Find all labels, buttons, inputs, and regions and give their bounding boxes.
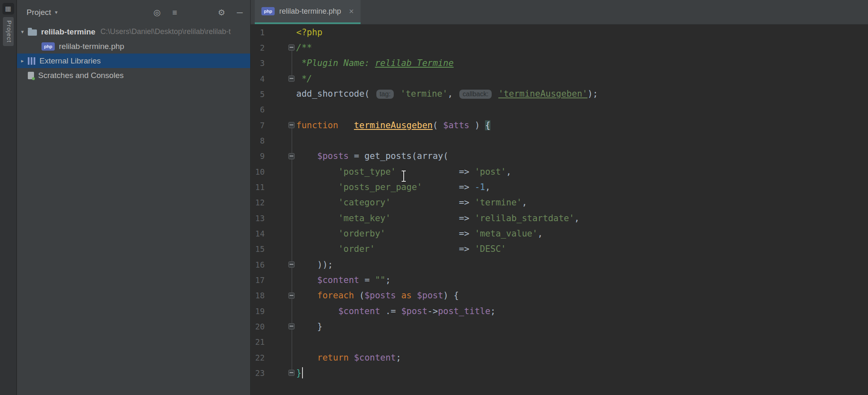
project-view-dropdown[interactable]: Project ▾ <box>27 8 58 17</box>
code-line-8[interactable]: 8 <box>251 133 868 148</box>
code-line-4[interactable]: 4 */ <box>251 71 868 86</box>
code-line-12[interactable]: 12 'category' => 'termine', <box>251 195 868 210</box>
line-number: 22 <box>251 353 265 362</box>
code-token: add_shortcode( <box>296 89 375 99</box>
php-file-icon <box>261 7 275 15</box>
code-token: ) <box>469 120 485 130</box>
fold-open-icon[interactable] <box>288 44 295 51</box>
code-line-14[interactable]: 14 'orderby' => 'meta_value', <box>251 226 868 241</box>
text-caret <box>302 367 303 378</box>
line-number: 8 <box>251 136 265 145</box>
fold-end-icon[interactable] <box>288 323 295 329</box>
code-text: 'meta_key' => 'relilab_startdate', <box>296 213 580 223</box>
code-token: post_title <box>438 306 490 316</box>
code-text: $posts = get_posts(array( <box>296 151 449 161</box>
code-token: ; <box>490 306 496 316</box>
code-line-16[interactable]: 16 )); <box>251 257 868 272</box>
code-token: -1 <box>475 182 485 192</box>
code-token: .= <box>380 306 401 316</box>
code-token: $content <box>338 306 380 316</box>
fold-end-icon[interactable] <box>288 261 295 268</box>
code-token <box>296 306 338 316</box>
panel-header-icons: ◎≡⚙─ <box>154 8 243 17</box>
code-line-2[interactable]: 2/** <box>251 40 868 55</box>
code-line-1[interactable]: 1<?php <box>251 24 868 40</box>
tree-item-external-libraries[interactable]: ▸External Libraries <box>17 54 250 68</box>
fold-guide-line <box>292 128 292 370</box>
code-token: $atts <box>443 120 469 130</box>
collapse-all-icon[interactable]: ≡ <box>172 8 177 17</box>
code-line-13[interactable]: 13 'meta_key' => 'relilab_startdate', <box>251 210 868 226</box>
gutter-fold-slot <box>265 261 296 268</box>
code-line-17[interactable]: 17 $content = ""; <box>251 272 868 288</box>
hide-panel-icon[interactable]: ─ <box>237 8 243 17</box>
code-token <box>296 353 317 363</box>
tree-item-relilab-termine-php[interactable]: relilab-termine.php <box>17 39 250 54</box>
code-token: )); <box>296 260 333 270</box>
code-token <box>349 353 354 363</box>
fold-open-icon[interactable] <box>288 153 295 159</box>
fold-end-icon[interactable] <box>288 76 295 82</box>
fold-open-icon[interactable] <box>288 293 295 299</box>
code-token: { <box>485 120 490 130</box>
toolwindow-project-button[interactable]: Project <box>3 17 14 46</box>
parameter-hint-inlay: callback: <box>459 90 492 99</box>
tree-item-label: relilab-termine <box>41 27 95 37</box>
code-token: 'post_type' <box>338 167 396 177</box>
code-token <box>338 120 354 130</box>
code-line-7[interactable]: 7function termineAusgeben( $atts ) { <box>251 117 868 133</box>
code-text: function termineAusgeben( $atts ) { <box>296 120 490 130</box>
line-number: 5 <box>251 90 265 99</box>
code-token: 'meta_value' <box>475 229 538 239</box>
code-line-23[interactable]: 23} <box>251 365 868 380</box>
code-editor[interactable]: 1<?php2/**3 *Plugin Name: relilab Termin… <box>251 24 868 395</box>
code-token <box>296 290 317 300</box>
tree-item-path: C:\Users\Daniel\Desktop\relilab\relilab-… <box>100 27 231 36</box>
code-line-11[interactable]: 11 'posts_per_page' => -1, <box>251 179 868 195</box>
code-line-22[interactable]: 22 return $content; <box>251 350 868 365</box>
code-token: 'relilab_startdate' <box>475 213 574 223</box>
code-line-19[interactable]: 19 $content .= $post->post_title; <box>251 303 868 319</box>
code-text: } <box>296 368 302 378</box>
code-token: 'termine' <box>475 198 522 207</box>
code-token: } <box>296 322 322 332</box>
locate-icon[interactable]: ◎ <box>154 8 161 17</box>
code-text: )); <box>296 260 333 270</box>
close-icon[interactable]: × <box>349 7 354 16</box>
fold-open-icon[interactable] <box>288 122 295 128</box>
line-number: 3 <box>251 59 265 68</box>
chevron-down-icon: ▾ <box>55 9 58 15</box>
line-number: 1 <box>251 28 265 37</box>
code-text: 'order' => 'DESC' <box>296 244 506 254</box>
code-line-3[interactable]: 3 *Plugin Name: relilab Termine <box>251 56 868 71</box>
code-line-15[interactable]: 15 'order' => 'DESC' <box>251 241 868 257</box>
code-line-9[interactable]: 9 $posts = get_posts(array( <box>251 149 868 164</box>
code-token: <?php <box>296 27 322 37</box>
code-text: 'orderby' => 'meta_value', <box>296 229 543 239</box>
code-text: *Plugin Name: relilab Termine <box>296 58 454 68</box>
code-line-20[interactable]: 20 } <box>251 319 868 334</box>
code-token: $post <box>417 290 443 300</box>
chevron-right-icon[interactable]: ▸ <box>17 58 28 64</box>
code-line-5[interactable]: 5add_shortcode( tag: 'termine', callback… <box>251 86 868 102</box>
tree-item-scratches-and-consoles[interactable]: Scratches and Consoles <box>17 68 250 83</box>
settings-icon[interactable]: ⚙ <box>218 8 225 17</box>
ide-window: ▦ Project Project ▾ ◎≡⚙─ ▾relilab-termin… <box>0 0 868 395</box>
tab-relilab-termine-php[interactable]: relilab-termine.php × <box>255 0 361 24</box>
chevron-down-icon[interactable]: ▾ <box>17 29 28 35</box>
code-token: , <box>506 167 512 177</box>
code-token: $posts <box>364 290 396 300</box>
code-token: , <box>574 213 580 223</box>
code-line-6[interactable]: 6 <box>251 102 868 117</box>
gutter-fold-slot <box>265 44 296 51</box>
fold-end-icon[interactable] <box>288 370 295 376</box>
code-line-10[interactable]: 10 'post_type' => 'post', <box>251 164 868 179</box>
toolwindow-grid-icon[interactable]: ▦ <box>2 3 14 15</box>
code-token: ( <box>354 290 364 300</box>
line-number: 11 <box>251 183 265 192</box>
code-line-21[interactable]: 21 <box>251 334 868 350</box>
code-token: => <box>422 182 474 192</box>
code-line-18[interactable]: 18 foreach ($posts as $post) { <box>251 288 868 303</box>
tree-item-relilab-termine-root[interactable]: ▾relilab-termineC:\Users\Daniel\Desktop\… <box>17 24 250 39</box>
line-number: 4 <box>251 74 265 83</box>
